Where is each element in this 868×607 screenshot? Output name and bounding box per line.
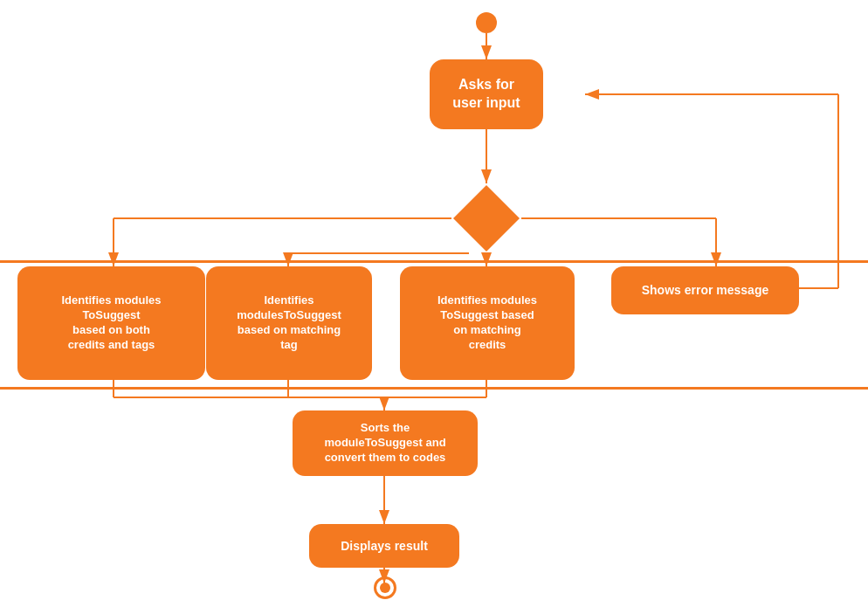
error-label: Shows error message (642, 282, 769, 298)
lane-bottom (0, 387, 868, 390)
sorts-node: Sorts the moduleToSuggest and convert th… (293, 410, 478, 476)
end-circle (374, 576, 396, 599)
error-node: Shows error message (611, 266, 799, 314)
lane-top (0, 260, 868, 263)
displays-label: Displays result (341, 538, 428, 554)
diagram-container: Asks for user input Identifies modules T… (0, 0, 868, 607)
asks-input-node: Asks for user input (430, 59, 543, 129)
identify-tag-node: Identifies modulesToSuggest based on mat… (206, 266, 372, 380)
asks-input-label: Asks for user input (452, 76, 520, 113)
start-circle (476, 12, 497, 33)
identify-credits-node: Identifies modules ToSuggest based on ma… (400, 266, 575, 380)
identify-tag-label: Identifies modulesToSuggest based on mat… (237, 293, 341, 353)
identify-both-node: Identifies modules ToSuggest based on bo… (17, 266, 205, 380)
identify-both-label: Identifies modules ToSuggest based on bo… (61, 293, 161, 353)
sorts-label: Sorts the moduleToSuggest and convert th… (324, 421, 445, 466)
identify-credits-label: Identifies modules ToSuggest based on ma… (437, 293, 537, 353)
diamond-node (451, 183, 521, 253)
svg-marker-22 (453, 185, 520, 252)
displays-node: Displays result (309, 524, 459, 568)
